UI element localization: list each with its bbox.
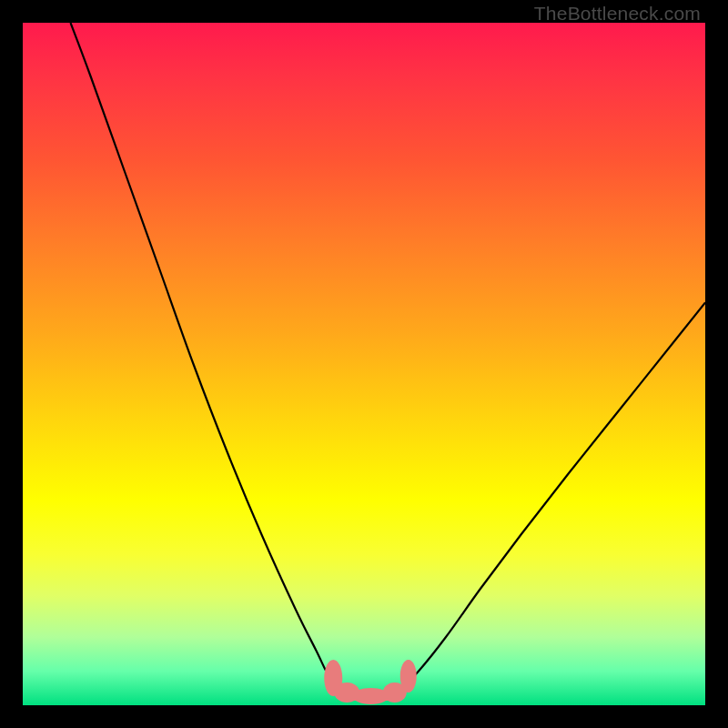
left-curve [71,23,344,692]
chart-frame: TheBottleneck.com [0,0,728,728]
right-curve [399,303,706,693]
watermark-text: TheBottleneck.com [534,3,701,25]
plot-area [23,23,705,705]
bottom-blob [324,660,417,704]
chart-overlay [23,23,705,705]
